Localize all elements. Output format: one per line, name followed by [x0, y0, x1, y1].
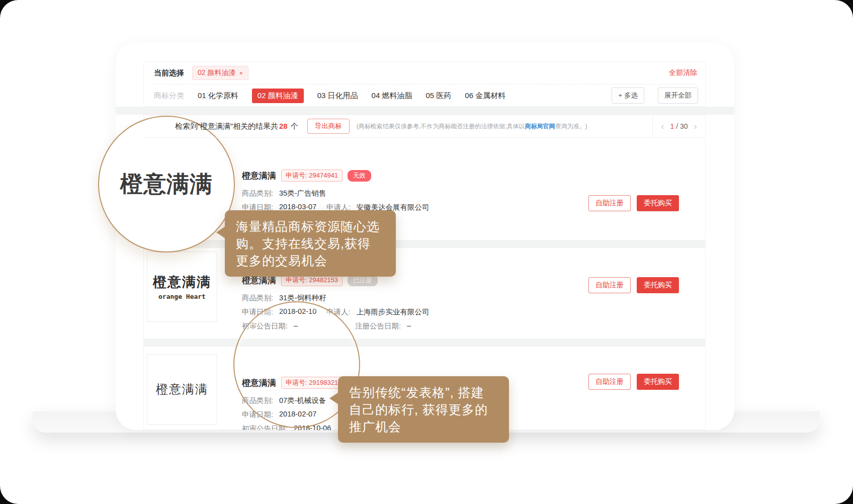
row-actions-3: 自助注册 委托购买	[588, 374, 679, 390]
category-row: 商标分类 01 化学原料 02 颜料油漆 03 日化用品 04 燃料油脂 05 …	[144, 85, 705, 107]
results-header-row: 检索到“橙意满满”相关的结果共28 个 导出商标 (商标检索结果仅供参考,不作为…	[144, 115, 705, 138]
tooltip-line: 购。支持在线交易,获得	[236, 235, 385, 252]
filter-header-card: 当前选择 02 颜料油漆 × 全部清除 商标分类 01 化学原料 02 颜料油漆…	[143, 61, 706, 107]
disclaimer-text: (商标检索结果仅供参考,不作为商标能否注册的法律依据;具体以商标局官网查询为准。…	[357, 122, 652, 131]
tooltip-line: 自己的标行, 获得更多的	[349, 401, 498, 418]
trademark-details-1: 橙意满满 申请号: 29474941 无效 商品类别:35类-广告销售 申请日期…	[242, 170, 574, 217]
disclaimer-pre: (商标检索结果仅供参考,不作为商标能否注册的法律依据;具体以	[357, 123, 525, 130]
chip-close-icon[interactable]: ×	[239, 69, 243, 77]
category-item-06[interactable]: 06 金属材料	[465, 91, 505, 101]
application-number-value: 29482153	[309, 276, 338, 284]
category-item-01[interactable]: 01 化学原料	[198, 91, 238, 101]
disclaimer-post: 查询为准。)	[555, 123, 587, 130]
tooltip-arrow-icon	[216, 226, 225, 238]
reg-pub-pair: 注册公告日期:–	[355, 321, 411, 331]
section-gap	[116, 107, 734, 115]
application-number-value: 29474941	[309, 172, 338, 179]
applicant-value: 上海雨步实业有限公司	[357, 307, 430, 317]
results-summary-prefix: 检索到“橙意满满”相关的结果共	[175, 122, 278, 130]
self-register-button[interactable]: 自助注册	[588, 195, 631, 211]
applicant-pair: 申请人:上海雨步实业有限公司	[326, 307, 430, 317]
pagination: ‹ 1 / 30 ›	[652, 115, 705, 137]
magnified-trademark-text: 橙意满满	[120, 169, 213, 199]
trademark-image-text: 橙意满满	[153, 273, 211, 291]
category-line: 商品类别:35类-广告销售	[242, 189, 574, 198]
category-label: 商品类别:	[242, 189, 273, 198]
results-summary-suffix: 个	[289, 122, 298, 130]
tooltip-line: 更多的交易机会	[236, 252, 385, 269]
promo-tooltip-marketplace: 海量精品商标资源随心选 购。支持在线交易,获得 更多的交易机会	[225, 210, 396, 277]
tooltip-line: 推广机会	[349, 418, 498, 435]
next-page-icon[interactable]: ›	[694, 122, 697, 131]
trademark-name[interactable]: 橙意满满	[242, 170, 276, 182]
current-selection-row: 当前选择 02 颜料油漆 × 全部清除	[144, 62, 705, 84]
entrust-buy-button[interactable]: 委托购买	[637, 374, 679, 390]
self-register-button[interactable]: 自助注册	[588, 277, 631, 293]
trademark-image-2[interactable]: 橙意满满 orange Heart	[147, 251, 217, 322]
title-line: 橙意满满 申请号: 29474941 无效	[242, 170, 574, 182]
clear-all-button[interactable]: 全部清除	[669, 68, 697, 77]
trademark-office-link[interactable]: 商标局官网	[525, 123, 555, 130]
status-badge-invalid: 无效	[348, 170, 371, 182]
application-number-label: 申请号:	[286, 276, 307, 284]
page-indicator: 1 / 30	[670, 122, 688, 130]
entrust-buy-button[interactable]: 委托购买	[637, 195, 679, 211]
trademark-image-text: 橙意满满	[156, 381, 208, 397]
category-value: 35类-广告销售	[279, 189, 326, 198]
category-label: 商品类别:	[242, 293, 273, 303]
row-actions-1: 自助注册 委托购买	[588, 195, 679, 211]
application-number-label: 申请号:	[286, 172, 307, 179]
trademark-image-subtext: orange Heart	[158, 293, 206, 300]
trademark-image-3[interactable]: 橙意满满	[147, 354, 217, 425]
tooltip-line: 海量精品商标资源随心选	[236, 218, 385, 235]
results-count: 28	[278, 122, 289, 130]
entrust-buy-button[interactable]: 委托购买	[637, 277, 679, 293]
tooltip-line: 告别传统“发表格”, 搭建	[349, 384, 498, 401]
reg-pub-label: 注册公告日期:	[355, 321, 401, 331]
expand-all-button[interactable]: 展开全部	[658, 88, 698, 104]
category-bar-label: 商标分类	[154, 91, 184, 101]
category-item-02-active[interactable]: 02 颜料油漆	[252, 89, 304, 103]
page-separator: /	[676, 122, 678, 130]
reg-pub-value: –	[407, 321, 411, 331]
current-selection-label: 当前选择	[154, 68, 184, 78]
selected-filter-chip-label: 02 颜料油漆	[198, 68, 235, 77]
selected-filter-chip[interactable]: 02 颜料油漆 ×	[192, 66, 248, 80]
category-item-05[interactable]: 05 医药	[425, 91, 451, 101]
application-number-chip: 申请号: 29474941	[281, 170, 343, 182]
export-trademarks-button[interactable]: 导出商标	[307, 119, 350, 134]
current-page: 1	[670, 122, 674, 130]
multi-select-button[interactable]: + 多选	[612, 88, 644, 104]
row-actions-2: 自助注册 委托购买	[588, 277, 679, 293]
total-pages: 30	[680, 122, 688, 130]
prev-page-icon[interactable]: ‹	[661, 122, 664, 131]
results-summary: 检索到“橙意满满”相关的结果共28 个	[175, 122, 298, 131]
category-item-04[interactable]: 04 燃料油脂	[372, 91, 412, 101]
promo-tooltip-promotion: 告别传统“发表格”, 搭建 自己的标行, 获得更多的 推广机会	[338, 376, 509, 443]
page-canvas: 当前选择 02 颜料油漆 × 全部清除 商标分类 01 化学原料 02 颜料油漆…	[0, 0, 853, 504]
tooltip-arrow-icon	[329, 392, 338, 404]
self-register-button[interactable]: 自助注册	[588, 374, 631, 390]
row-gap	[144, 339, 705, 347]
category-item-03[interactable]: 03 日化用品	[317, 91, 358, 101]
